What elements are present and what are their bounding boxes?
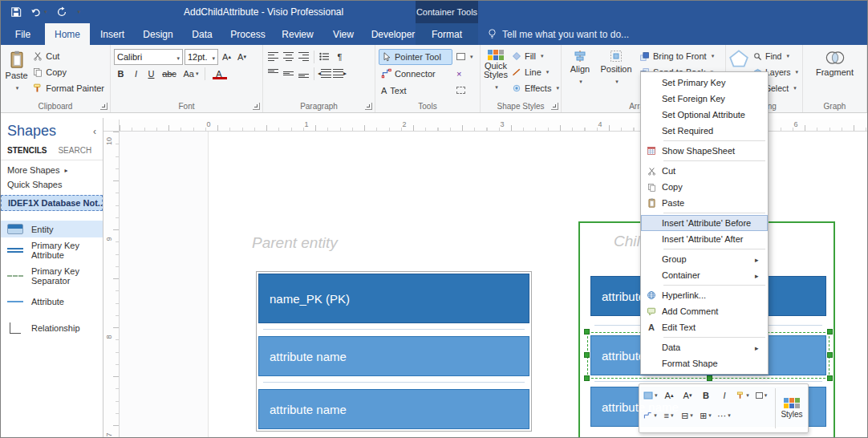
shape-fill-button[interactable] [642, 387, 659, 404]
font-color-button[interactable]: A [209, 67, 229, 81]
tab-review[interactable]: Review [273, 23, 322, 45]
collapse-panel-button[interactable]: ‹ [93, 126, 96, 137]
master-primary-key-separator[interactable]: Primary Key Separator [1, 263, 103, 289]
menu-item-show-shapesheet[interactable]: Show ShapeSheet [641, 143, 768, 159]
font-size-select[interactable]: 12pt. [185, 49, 218, 65]
menu-item-group[interactable]: Group [641, 251, 768, 267]
find-button[interactable]: Find [751, 48, 801, 64]
tab-format[interactable]: Format [416, 23, 478, 45]
shape-outline-button[interactable] [753, 387, 770, 404]
connection-point-tool-button[interactable]: × [454, 66, 464, 82]
selection-handle[interactable] [584, 352, 590, 358]
styles-button[interactable]: Styles [778, 387, 805, 430]
undo-dropdown-arrow-icon[interactable] [43, 9, 47, 15]
tell-me-box[interactable]: Tell me what you want to do... [487, 23, 629, 45]
menu-item-container[interactable]: Container [641, 267, 768, 283]
menu-item-hyperlink[interactable]: Hyperlink... [641, 287, 768, 303]
text-direction-button[interactable]: ¶ [333, 50, 347, 64]
more-shapes-button[interactable]: More Shapes ▸ [1, 160, 103, 175]
decrease-indent-button[interactable]: ◂ [318, 67, 331, 81]
fragment-button[interactable]: Fragment [814, 48, 856, 99]
undo-button[interactable] [30, 6, 47, 18]
tab-insert[interactable]: Insert [90, 23, 135, 45]
menu-item-set-optional-attribute[interactable]: Set Optional Attribute [641, 107, 768, 123]
menu-item-add-comment[interactable]: Add Comment [641, 303, 768, 319]
align-button[interactable]: ⊟ [679, 407, 696, 424]
tab-developer[interactable]: Developer [364, 23, 422, 45]
cut-button[interactable]: Cut [30, 48, 107, 64]
menu-item-cut[interactable]: Cut [641, 163, 768, 179]
selection-handle[interactable] [707, 375, 712, 381]
menu-item-format-shape[interactable]: Format Shape [641, 355, 768, 371]
text-tool-button[interactable]: A Text [379, 83, 452, 99]
align-bottom-button[interactable] [297, 67, 310, 81]
menu-item-set-required[interactable]: Set Required [641, 123, 768, 139]
tab-process[interactable]: Process [223, 23, 273, 45]
align-top-button[interactable] [266, 67, 280, 81]
tab-file[interactable]: File [1, 23, 45, 45]
pointer-tool-button[interactable]: Pointer Tool [379, 49, 452, 65]
paragraph-dialog-launcher[interactable] [365, 103, 372, 110]
align-button[interactable]: Align [565, 48, 595, 99]
effects-button[interactable]: Effects [509, 80, 562, 96]
tab-data[interactable]: Data [181, 23, 223, 45]
active-stencil[interactable]: IDEF1X Database Not... [1, 195, 103, 211]
bold-button[interactable]: B [698, 387, 715, 404]
parent-attribute-row[interactable]: attribute name [258, 389, 529, 429]
redo-button[interactable] [56, 6, 67, 18]
align-right-button[interactable] [297, 50, 310, 64]
format-painter-button[interactable] [735, 387, 752, 404]
align-middle-button[interactable] [282, 67, 295, 81]
italic-button[interactable]: I [129, 67, 143, 81]
italic-button[interactable]: I [716, 387, 733, 404]
master-attribute[interactable]: Attribute [1, 294, 103, 310]
menu-item-paste[interactable]: Paste [641, 195, 768, 211]
format-painter-button[interactable]: Format Painter [30, 80, 107, 96]
menu-item-data[interactable]: Data [641, 339, 768, 355]
bullets-button[interactable]: ≡ [660, 407, 677, 424]
shape-styles-dialog-launcher[interactable] [551, 103, 558, 110]
menu-item-insert-attribute-after[interactable]: Insert 'Attribute' After [641, 231, 768, 247]
parent-entity-shape[interactable]: name_PK (PK) attribute name attribute na… [256, 271, 532, 432]
tab-home[interactable]: Home [45, 23, 90, 45]
master-entity[interactable]: Entity [1, 221, 103, 237]
menu-item-set-primary-key[interactable]: Set Primary Key [641, 75, 768, 91]
search-tab[interactable]: SEARCH [58, 146, 91, 155]
parent-attribute-row[interactable]: attribute name [258, 336, 529, 376]
align-left-button[interactable] [266, 50, 280, 64]
master-relationship[interactable]: Relationship [1, 319, 103, 337]
parent-entity-title[interactable]: Parent entity [252, 234, 338, 252]
position-button[interactable]: ⊞ [697, 407, 714, 424]
change-case-button[interactable]: Aa [180, 67, 201, 81]
master-primary-key-attribute[interactable]: Primary Key Attribute [1, 237, 103, 263]
selection-handle[interactable] [827, 375, 833, 381]
font-family-select[interactable]: Calibri [114, 49, 183, 65]
parent-pk-row[interactable]: name_PK (PK) [258, 274, 529, 323]
selection-handle[interactable] [827, 329, 833, 335]
line-button[interactable]: Line [509, 64, 562, 80]
tab-design[interactable]: Design [135, 23, 181, 45]
save-button[interactable] [10, 6, 22, 18]
tab-view[interactable]: View [322, 23, 364, 45]
bring-to-front-button[interactable]: Bring to Front [637, 48, 716, 64]
fill-button[interactable]: Fill [509, 48, 562, 64]
selection-handle[interactable] [584, 375, 590, 381]
shrink-font-button[interactable]: A▾ [235, 50, 249, 64]
stencils-tab[interactable]: STENCILS [7, 146, 47, 155]
menu-item-insert-attribute-before[interactable]: Insert 'Attribute' Before [641, 215, 768, 231]
paste-button[interactable]: Paste [4, 48, 29, 99]
copy-button[interactable]: Copy [30, 64, 107, 80]
underline-button[interactable]: U [144, 67, 158, 81]
text-block-tool-button[interactable] [454, 83, 468, 99]
quick-shapes-button[interactable]: Quick Shapes [1, 175, 103, 189]
rectangle-tool-dropdown[interactable] [454, 49, 476, 65]
grow-font-button[interactable]: A▴ [661, 387, 678, 404]
position-button[interactable]: Position [598, 48, 635, 99]
connector-tool-button[interactable]: Connector [379, 66, 452, 82]
increase-indent-button[interactable]: ▸ [333, 67, 347, 81]
menu-item-edit-text[interactable]: A Edit Text [641, 319, 768, 335]
shrink-font-button[interactable]: A▾ [679, 387, 696, 404]
grow-font-button[interactable]: A▴ [220, 50, 233, 64]
bold-button[interactable]: B [114, 67, 128, 81]
clipboard-dialog-launcher[interactable] [100, 103, 107, 110]
